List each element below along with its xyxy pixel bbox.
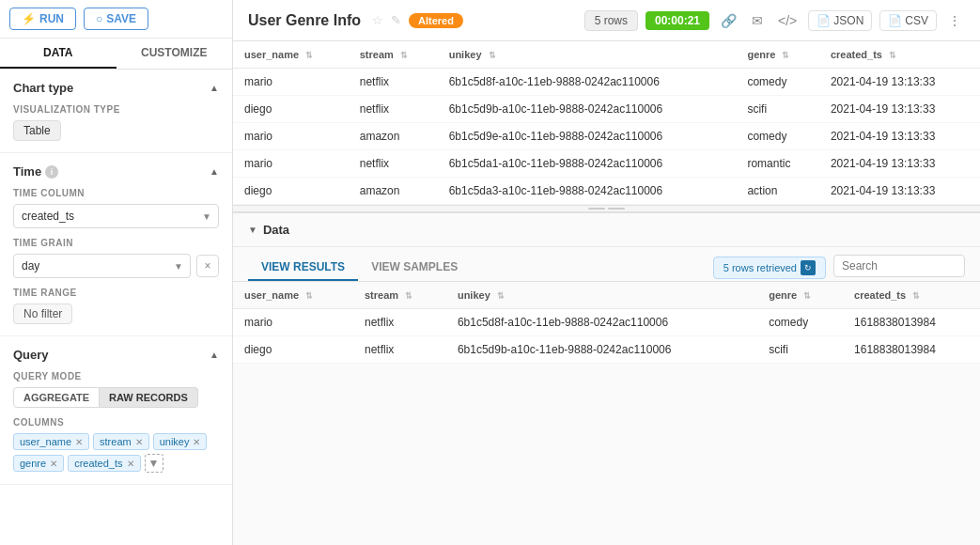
bottom-col-stream: stream ⇅: [353, 282, 446, 309]
query-section-title: Query: [13, 348, 49, 362]
col-header-user-name: user_name ⇅: [233, 41, 349, 69]
tag-user-name-remove[interactable]: ✕: [75, 437, 83, 447]
columns-label: COLUMNS: [13, 417, 219, 428]
bottom-table-area: user_name ⇅ stream ⇅ unikey ⇅ genre ⇅ cr…: [233, 282, 980, 364]
time-grain-select-wrapper: day ▼: [13, 254, 191, 278]
refresh-icon[interactable]: ↻: [801, 260, 816, 275]
save-label: SAVE: [106, 12, 136, 25]
query-section-header[interactable]: Query ▲: [13, 348, 219, 362]
more-options-icon[interactable]: ⋮: [944, 13, 965, 28]
tab-view-samples[interactable]: VIEW SAMPLES: [358, 255, 471, 281]
lightning-icon: ⚡: [22, 12, 36, 25]
chevron-up-icon: ▲: [210, 83, 219, 93]
main-table: user_name ⇅ stream ⇅ unikey ⇅ genre ⇅ cr…: [233, 41, 980, 205]
table-row: diegonetflix6b1c5d9b-a10c-11eb-9888-0242…: [233, 336, 980, 364]
tab-bar: DATA CUSTOMIZE: [0, 39, 232, 70]
col-header-unikey: unikey ⇅: [438, 41, 737, 69]
tag-created-ts: created_ts ✕: [68, 455, 140, 472]
query-section: Query ▲ QUERY MODE AGGREGATE RAW RECORDS…: [0, 336, 232, 485]
time-grain-clear-button[interactable]: ×: [196, 255, 219, 277]
time-info-icon[interactable]: i: [45, 165, 58, 179]
col-header-stream: stream ⇅: [349, 41, 438, 69]
time-grain-label: TIME GRAIN: [13, 238, 219, 248]
time-section: Time i ▲ TIME COLUMN created_ts ▼ TIME G…: [0, 153, 232, 336]
data-section: ▼ Data VIEW RESULTS VIEW SAMPLES 5 rows …: [233, 212, 980, 545]
sort-icon-user-name: ⇅: [305, 51, 313, 60]
tag-unikey: unikey ✕: [153, 433, 208, 450]
bottom-sort-stream: ⇅: [405, 291, 412, 301]
data-section-title: Data: [263, 223, 289, 237]
chart-type-header[interactable]: Chart type ▲: [13, 81, 219, 95]
add-column-button[interactable]: ▼: [145, 454, 163, 473]
chart-type-section: Chart type ▲ VISUALIZATION TYPE Table: [0, 70, 232, 153]
query-mode-label: QUERY MODE: [13, 371, 219, 382]
table-row: marionetflix6b1c5da1-a10c-11eb-9888-0242…: [233, 150, 980, 178]
link-icon[interactable]: 🔗: [717, 13, 740, 28]
resize-dot-1: [588, 208, 605, 210]
run-label: RUN: [39, 12, 64, 25]
bottom-col-user-name: user_name ⇅: [233, 282, 353, 309]
chart-type-title: Chart type: [13, 81, 73, 95]
data-section-header[interactable]: ▼ Data: [233, 213, 980, 247]
raw-records-button[interactable]: RAW RECORDS: [100, 387, 198, 408]
save-button[interactable]: ○ SAVE: [84, 8, 148, 30]
tab-customize[interactable]: CUSTOMIZE: [117, 39, 233, 69]
aggregate-button[interactable]: AGGREGATE: [13, 387, 100, 408]
bottom-table: user_name ⇅ stream ⇅ unikey ⇅ genre ⇅ cr…: [233, 282, 980, 364]
tab-view-results[interactable]: VIEW RESULTS: [248, 255, 358, 281]
table-row: diegonetflix6b1c5d9b-a10c-11eb-9888-0242…: [233, 96, 980, 123]
bottom-sort-user-name: ⇅: [305, 291, 313, 301]
tag-created-ts-remove[interactable]: ✕: [127, 459, 134, 469]
time-range-value[interactable]: No filter: [13, 304, 72, 324]
rows-badge: 5 rows: [584, 10, 638, 31]
bottom-col-created-ts: created_ts ⇅: [843, 282, 980, 309]
main-content: user_name ⇅ stream ⇅ unikey ⇅ genre ⇅ cr…: [233, 41, 980, 545]
bottom-col-unikey: unikey ⇅: [446, 282, 757, 309]
data-section-chevron: ▼: [248, 225, 257, 235]
table-row: diegoamazon6b1c5da3-a10c-11eb-9888-0242a…: [233, 178, 980, 205]
bottom-col-genre: genre ⇅: [757, 282, 843, 309]
table-row: marioamazon6b1c5d9e-a10c-11eb-9888-0242a…: [233, 123, 980, 150]
bottom-sort-created-ts: ⇅: [912, 291, 920, 301]
star-icon[interactable]: ☆: [372, 13, 383, 27]
query-mode-row: AGGREGATE RAW RECORDS: [13, 387, 219, 408]
time-column-select-wrapper: created_ts ▼: [13, 204, 219, 228]
time-column-label: TIME COLUMN: [13, 188, 219, 198]
chart-title: User Genre Info: [248, 12, 361, 29]
time-column-select[interactable]: created_ts: [13, 204, 219, 228]
json-button[interactable]: 📄 JSON: [808, 10, 872, 31]
table-row: marionetflix6b1c5d8f-a10c-11eb-9888-0242…: [233, 69, 980, 96]
time-grain-select[interactable]: day: [13, 254, 191, 278]
right-panel: User Genre Info ☆ ✎ Altered 5 rows 00:00…: [233, 0, 980, 545]
sort-icon-stream: ⇅: [400, 51, 408, 60]
col-header-created-ts: created_ts ⇅: [819, 41, 980, 69]
viz-type-label: VISUALIZATION TYPE: [13, 104, 219, 115]
table-row: marionetflix6b1c5d8f-a10c-11eb-9888-0242…: [233, 309, 980, 336]
run-button[interactable]: ⚡ RUN: [9, 8, 76, 30]
tag-stream-remove[interactable]: ✕: [135, 437, 143, 447]
csv-file-icon: 📄: [888, 14, 902, 27]
search-input[interactable]: [833, 255, 965, 277]
tag-stream: stream ✕: [93, 433, 149, 450]
time-badge: 00:00:21: [646, 11, 709, 30]
code-icon[interactable]: </>: [774, 13, 801, 28]
resize-dots: [588, 208, 625, 210]
tab-data[interactable]: DATA: [0, 39, 117, 69]
edit-icon[interactable]: ✎: [391, 13, 401, 27]
top-bar-left: ⚡ RUN ○ SAVE: [0, 0, 232, 39]
viz-type-value: Table: [13, 120, 61, 141]
resize-dot-2: [608, 208, 625, 210]
time-section-title: Time i: [13, 164, 58, 179]
csv-button[interactable]: 📄 CSV: [879, 10, 937, 31]
tag-genre-remove[interactable]: ✕: [50, 459, 57, 469]
sort-icon-unikey: ⇅: [489, 51, 496, 60]
data-tabs-bar: VIEW RESULTS VIEW SAMPLES 5 rows retriev…: [233, 247, 980, 282]
bottom-sort-genre: ⇅: [803, 291, 811, 301]
email-icon[interactable]: ✉: [748, 13, 767, 28]
left-panel: ⚡ RUN ○ SAVE DATA CUSTOMIZE Chart type ▲…: [0, 0, 233, 545]
tag-genre: genre ✕: [13, 455, 64, 472]
rows-retrieved-text: 5 rows retrieved: [723, 262, 797, 273]
time-section-header[interactable]: Time i ▲: [13, 164, 219, 179]
tag-unikey-remove[interactable]: ✕: [193, 437, 200, 447]
resize-handle[interactable]: [233, 205, 980, 212]
